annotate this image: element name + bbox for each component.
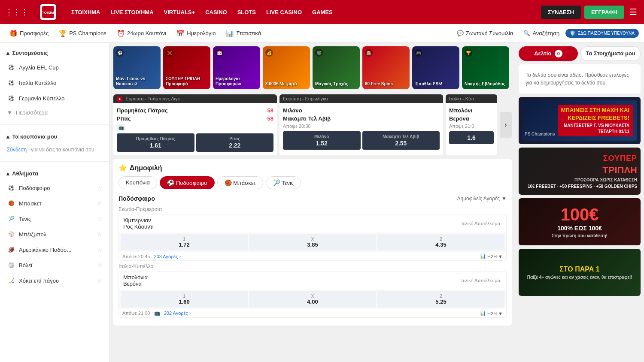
betslip-empty-message: Το δελτίο σου είναι άδειο. Πρόσθεσε επιλ… [519,64,641,94]
sidebar-item-more[interactable]: ▼ Περισσότερα [0,106,109,119]
calendar-icon: 📅 [176,30,185,37]
odds-cell-1-2[interactable]: 2 5.25 [377,291,504,308]
nav-slots[interactable]: SLOTS [234,6,259,18]
fav-star-icon-2[interactable]: ☆ [97,200,103,207]
volleyball-sport-icon: 🏐 [7,261,15,269]
promo-icon-4: 🎡 [315,49,323,57]
promo-banner-3[interactable]: ΣΤΟ ΠΑΡΑ 1 Παίξε 4+ αγώνες και αν χάσεις… [519,249,641,296]
markets-count-1[interactable]: 202 Αγορές [164,311,188,316]
odds-cell-0-0[interactable]: 1 1.72 [121,234,248,250]
login-button[interactable]: ΣΥΝΔΕΣΗ [541,6,581,19]
nav-games[interactable]: GAMES [309,6,336,18]
nav-casino[interactable]: CASINO [202,6,231,18]
promo-banner-0[interactable]: ΜΠΑΙΝΕΙΣ ΣΤΗ ΜΑΧΗ ΚΑΙ ΚΕΡΔΙΖΕΙΣ FREEBETS… [519,97,641,144]
popular-markets-dropdown[interactable]: Δημοφιλείς Αγορές ▼ [457,196,507,202]
sports-section: ▲ Αθλήματα ⚽ Ποδόσφαιρο ☆ 🏀 Μπάσκετ ☆ 🎾 … [0,163,109,292]
american-football-sport-icon: 🏈 [7,245,15,254]
h2h-button-1[interactable]: 📊 H2H ▼ [480,311,503,316]
popular-tab-basketball[interactable]: 🏀 Μπάσκετ [217,176,263,189]
match-footer-0: Απόψε 20:45 203 Αγορές › 📊 H2H ▼ [119,252,506,260]
popular-tab-football[interactable]: ⚽ Ποδόσφαιρο [160,176,215,189]
sidebar-item-hockey[interactable]: 🏒 Χόκεϊ επί πάγου ☆ [0,273,109,288]
fav-star-icon[interactable]: ☆ [97,184,103,191]
h2h-button-0[interactable]: 📊 H2H ▼ [480,253,503,259]
nav-virtuals[interactable]: VIRTUALS+ [161,6,199,18]
fav-star-icon-4[interactable]: ☆ [97,231,103,238]
odds-btn-team1-0[interactable]: Προμηθέας Πάτρας 1.61 [117,133,194,152]
search-button[interactable]: 🔍 Αναζήτηση [519,28,564,39]
divider-1 [0,124,109,125]
register-button[interactable]: ΕΓΓΡΑΦΗ [584,6,624,19]
basketball-sport-icon: 🏀 [7,199,15,208]
live-matches-nav: › [500,94,512,155]
nav-live-stoixima[interactable]: LIVE ΣΤΟΙΧΗΜΑ [107,6,157,18]
nav-live-casino[interactable]: LIVE CASINO [263,6,305,18]
match-team2-1: Μακάμπι Τελ Αβίβ [283,115,440,123]
odds-cell-1-1[interactable]: Χ 4.00 [249,291,376,308]
subnav-calendar[interactable]: 📅 Ημερολόγιο [172,27,220,39]
my-bets-tab[interactable]: Τα Στοιχήματά μου [580,46,641,61]
promo-banner-2[interactable]: 100€ 100% ΕΩΣ 100€ Στην πρώτη σου κατάθε… [519,198,641,245]
fav-star-icon-5[interactable]: ☆ [97,246,103,253]
my-coupons-section: ▲ Τα κουπόνια μου Σύνδεση για να δεις τα… [0,127,109,160]
hamburger-icon[interactable]: ☰ [628,5,639,19]
sidebar-item-basketball[interactable]: 🏀 Μπάσκετ ☆ [0,196,109,211]
odds-btn-1-2[interactable]: 1.6 [449,131,494,144]
betslip-tab-active[interactable]: Δελτίο 0 [519,46,578,61]
popular-tab-coupons[interactable]: Κουπόνια [118,176,157,189]
promo-card-4[interactable]: 🎡 Μαγικός Τροχός [313,46,360,89]
promo-card-2[interactable]: 📅 Ημερολόγιο Προσφορών [213,46,260,89]
sports-header[interactable]: ▲ Αθλήματα [0,167,109,180]
sidebar-item-efl-cup[interactable]: ⚽ Αγγλία EFL Cup [0,60,109,75]
fav-star-icon-3[interactable]: ☆ [97,215,103,222]
sidebar-item-volleyball[interactable]: 🏐 Βόλεϊ ☆ [0,257,109,273]
subnav-ps-champions[interactable]: 🏆 PS Champions [55,27,111,39]
odds-cell-1-0[interactable]: 1 1.60 [121,291,248,308]
sidebar-item-germany-cup[interactable]: ⚽ Γερμανία Κύπελλο [0,90,109,106]
site-logo[interactable]: STOIXIMA [37,3,59,21]
match-league-0: ● Ευρώπη - Τσάμπιονς Λιγκ [113,94,277,103]
sidebar-item-baseball[interactable]: ⚾ Μπέιζμπολ ☆ [0,226,109,242]
trophy-icon: 🏆 [59,30,67,37]
promo-card-0[interactable]: ⚽ Μαν. Γιουν. vs Νιούκαστλ [113,46,161,89]
shortcuts-header[interactable]: ▲ Συντομεύσεις [0,46,109,60]
markets-count-0[interactable]: 203 Αγορές [154,254,178,259]
nav-stoixima[interactable]: ΣΤΟΙΧΗΜΑ [68,6,104,18]
fav-star-icon-6[interactable]: ☆ [97,262,103,268]
match-team2-2: Βερόνα [449,115,494,123]
live-chat-button[interactable]: 💬 Ζωντανή Συνομιλία [453,28,518,39]
promo-card-5[interactable]: 🎰 60 Free Spins [362,46,410,89]
subnav-offers[interactable]: 🎁 Προσφορές [5,27,53,39]
promo-card-6[interactable]: 🎮 Έπαθλο PS5! [412,46,459,89]
basketball-tab-icon: 🏀 [225,179,232,186]
promo-card-1[interactable]: ❌ ΣΟΥΠΕΡ ΤΡΙΠΛΗ Προσφορά [163,46,210,89]
match-team2-0: Ρίτας 58 [117,115,273,123]
sidebar-login-link[interactable]: Σύνδεση για να δεις τα κουπόνια σου [0,143,109,156]
odds-cell-0-2[interactable]: 2 4.35 [377,234,504,250]
subnav-statistics[interactable]: 📊 Στατιστικά [222,27,265,39]
fav-star-icon-7[interactable]: ☆ [97,277,103,284]
sidebar-item-tennis[interactable]: 🎾 Τένις ☆ [0,211,109,226]
grid-menu-icon[interactable]: ⋮⋮⋮ [5,7,28,17]
odds-grid-1: 1 1.60 Χ 4.00 2 5.25 [119,290,506,309]
responsible-gambling-badge[interactable]: 🛡️ ΕΔΩ ΠΑΙΖΟΥΜΕ ΥΠΕΥΘΥΝΑ [565,29,639,38]
sidebar: ▲ Συντομεύσεις ⚽ Αγγλία EFL Cup ⚽ Ιταλία… [0,43,110,362]
odds-grid-0: 1 1.72 Χ 3.85 2 4.35 [119,232,506,252]
odds-btn-team1-1[interactable]: Μιλάνο 1.52 [283,131,361,150]
sidebar-item-italy-cup[interactable]: ⚽ Ιταλία Κυπέλλο [0,75,109,90]
my-coupons-header[interactable]: ▲ Τα κουπόνια μου [0,130,109,143]
subnav-24h-coupon[interactable]: ⏰ 24ωρο Κουπόνι [112,27,170,39]
bar-chart-icon-0: 📊 [480,253,486,259]
popular-section: ⭐ Δημοφιλή Κουπόνια ⚽ Ποδόσφαιρο 🏀 Μπάσκ… [113,159,512,326]
odds-cell-0-1[interactable]: Χ 3.85 [249,234,376,250]
odds-btn-team2-0[interactable]: Ρίτας 2.22 [196,133,274,152]
promo-banner-1[interactable]: ΣΟΥΠΕΡ ΤΡΙΠΛΗ ΠΡΟΣΦΟΡΑ ΧΩΡΙΣ ΚΑΤΑΘΕΣΗ 10… [519,148,641,195]
sidebar-item-football[interactable]: ⚽ Ποδόσφαιρο ☆ [0,180,109,196]
promo-icon-0: ⚽ [116,49,124,57]
promo-card-7[interactable]: 🏆 Νικητής Εβδομάδας [462,46,509,89]
popular-tab-tennis[interactable]: 🎾 Τένις [266,176,301,189]
odds-btn-team2-1[interactable]: Μακάμπι Τελ Αβίβ 2.55 [362,131,440,150]
sidebar-item-american-football[interactable]: 🏈 Αμερικάνικο Ποδόσ... ☆ [0,242,109,257]
promo-card-3[interactable]: 💰 3.000€ Μετρητά [263,46,310,89]
live-next-button[interactable]: › [500,112,512,138]
